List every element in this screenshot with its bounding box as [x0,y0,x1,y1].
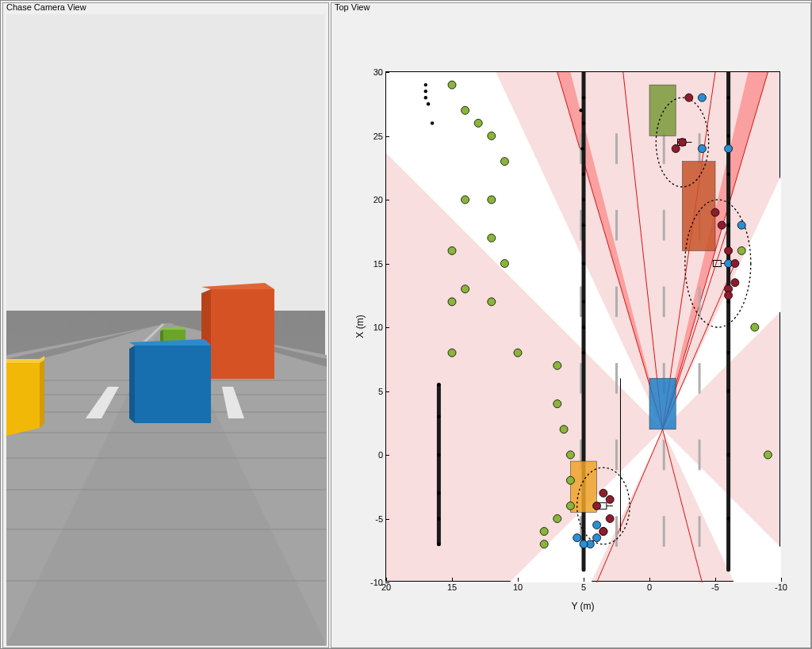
svg-marker-20 [211,289,274,379]
svg-point-137 [698,94,706,101]
svg-point-116 [462,196,469,204]
svg-point-87 [582,326,585,329]
svg-point-101 [726,134,730,137]
svg-marker-17 [6,363,40,436]
svg-point-85 [582,262,585,265]
svg-point-108 [726,453,730,456]
y-tick: 30 [373,67,383,77]
svg-point-98 [437,517,440,520]
svg-point-82 [582,173,585,176]
y-axis-label: X (m) [354,315,366,338]
svg-point-122 [488,298,496,306]
svg-point-97 [437,491,440,494]
svg-point-93 [431,121,434,124]
svg-point-99 [437,543,440,546]
svg-point-105 [726,300,730,304]
svg-point-111 [462,106,469,114]
svg-point-150 [679,139,687,147]
svg-point-86 [582,300,585,304]
svg-point-112 [474,119,482,127]
svg-point-84 [582,223,585,227]
x-tick: 10 [513,582,523,592]
svg-point-78 [582,96,585,99]
svg-point-129 [566,476,574,484]
birds-eye-plot[interactable]: X (m) -10-505101520253020151050-5-10 [385,71,780,582]
svg-point-160 [593,502,601,510]
svg-point-138 [725,145,733,153]
svg-point-145 [580,540,588,548]
svg-point-90 [424,90,427,93]
svg-point-154 [731,260,739,268]
svg-point-117 [448,246,456,254]
svg-point-134 [737,246,745,254]
svg-point-149 [672,145,680,153]
svg-point-161 [606,515,614,523]
x-tick: 5 [581,582,586,592]
svg-point-162 [599,528,607,536]
x-tick: 0 [647,582,652,592]
svg-point-153 [725,246,733,254]
svg-point-136 [764,451,772,459]
svg-rect-65 [649,378,676,429]
svg-point-143 [593,534,601,542]
svg-point-135 [751,323,759,331]
svg-point-103 [726,223,730,227]
x-tick: -5 [711,582,719,592]
svg-point-147 [593,521,601,529]
svg-point-121 [462,285,469,293]
svg-point-131 [553,515,561,523]
svg-point-100 [726,96,730,99]
svg-point-148 [685,94,693,101]
svg-rect-67 [683,162,716,251]
svg-rect-68 [649,85,676,136]
svg-point-139 [698,145,706,153]
chase-panel-title: Chase Camera View [6,2,86,12]
svg-point-125 [553,361,561,369]
svg-point-96 [437,453,440,456]
svg-point-107 [726,389,730,392]
app-window: Chase Camera View [0,0,812,649]
svg-point-113 [488,132,496,140]
svg-point-120 [448,298,456,306]
chase-camera-view[interactable] [6,14,325,644]
svg-point-130 [566,502,574,510]
svg-point-159 [606,495,614,503]
actor-blue [129,339,211,423]
svg-point-114 [500,158,508,166]
actor-orange [201,283,274,379]
svg-point-92 [427,102,430,105]
y-tick: -5 [375,514,383,524]
svg-point-91 [424,96,427,99]
svg-point-109 [726,517,730,520]
svg-point-118 [488,234,496,242]
svg-point-123 [448,349,456,357]
svg-point-106 [726,351,730,354]
svg-point-146 [573,534,581,542]
svg-point-102 [726,173,730,176]
svg-point-80 [582,121,585,124]
svg-point-89 [424,83,427,86]
x-axis-label: Y (m) [385,601,780,612]
svg-point-110 [448,81,456,89]
y-tick: 10 [373,323,383,332]
svg-point-151 [711,208,719,216]
svg-point-126 [553,400,561,408]
svg-point-115 [488,196,496,204]
svg-point-133 [540,540,548,548]
svg-point-132 [540,528,548,536]
svg-point-152 [718,221,726,229]
svg-point-95 [437,415,440,418]
top-panel-title: Top View [335,2,370,12]
svg-point-79 [579,109,582,112]
y-tick: 15 [373,259,383,269]
svg-marker-18 [40,360,44,428]
x-tick: 15 [447,582,457,592]
x-tick: -10 [775,582,787,592]
svg-point-128 [566,451,574,459]
svg-point-156 [731,279,739,287]
y-tick: 25 [373,132,383,141]
svg-point-81 [580,147,584,150]
svg-marker-27 [129,345,135,423]
svg-point-140 [737,221,745,229]
svg-point-124 [514,349,522,357]
